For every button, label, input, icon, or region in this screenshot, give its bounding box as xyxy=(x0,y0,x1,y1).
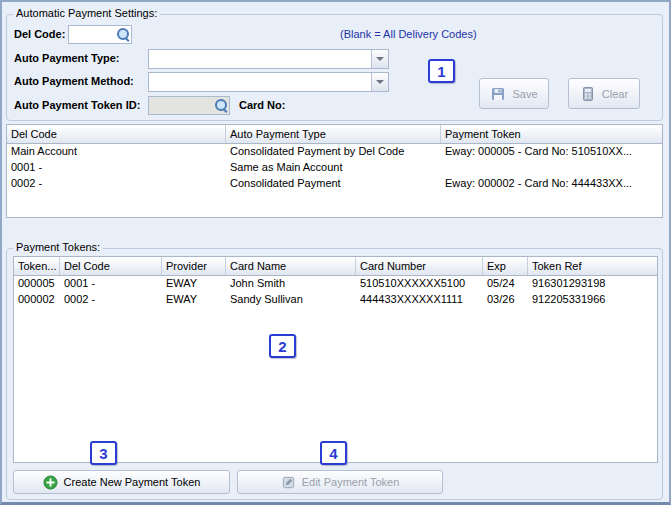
search-icon xyxy=(215,99,228,112)
column-header-provider[interactable]: Provider xyxy=(162,257,226,275)
auto-payment-type-label: Auto Payment Type: xyxy=(14,52,120,64)
clear-icon xyxy=(580,86,596,102)
group-title-automatic-payment-settings: Automatic Payment Settings: xyxy=(13,7,160,19)
create-new-payment-token-label: Create New Payment Token xyxy=(64,476,201,488)
cell-card-name: Sandy Sullivan xyxy=(226,292,356,308)
cell-payment-token: Eway: 000005 - Card No: 510510XX... xyxy=(441,144,662,160)
auto-payment-method-value xyxy=(149,73,371,91)
table-row[interactable]: 0002 - Consolidated Payment Eway: 000002… xyxy=(7,176,662,192)
cell-auto-payment-type: Consolidated Payment xyxy=(226,176,441,192)
cell-payment-token xyxy=(441,160,662,176)
save-button-label: Save xyxy=(512,88,537,100)
callout-3: 3 xyxy=(90,441,117,465)
callout-2: 2 xyxy=(269,334,296,358)
table-row[interactable]: 0001 - Same as Main Account xyxy=(7,160,662,176)
del-code-search-icon[interactable] xyxy=(115,26,131,43)
cell-card-number: 444433XXXXXX1111 xyxy=(356,292,483,308)
column-header-token-id[interactable]: Token... xyxy=(14,257,60,275)
auto-payment-method-select[interactable] xyxy=(148,72,389,92)
cell-token-ref: 916301293198 xyxy=(528,276,657,292)
cell-provider: EWAY xyxy=(162,292,226,308)
cell-exp: 03/26 xyxy=(483,292,528,308)
chevron-down-icon xyxy=(376,57,384,61)
create-new-payment-token-button[interactable]: Create New Payment Token xyxy=(13,470,230,494)
column-header-auto-payment-type[interactable]: Auto Payment Type xyxy=(226,125,441,143)
cell-auto-payment-type: Consolidated Payment by Del Code xyxy=(226,144,441,160)
blank-hint: (Blank = All Delivery Codes) xyxy=(340,28,477,40)
token-id-search-icon[interactable] xyxy=(213,97,229,114)
table-row[interactable]: 000002 0002 - EWAY Sandy Sullivan 444433… xyxy=(14,292,657,308)
auto-payment-type-dropdown-button[interactable] xyxy=(371,50,388,68)
column-header-token-ref[interactable]: Token Ref xyxy=(528,257,657,275)
del-code-input[interactable] xyxy=(69,28,115,42)
del-code-label: Del Code: xyxy=(14,28,65,40)
edit-payment-token-label: Edit Payment Token xyxy=(302,476,400,488)
chevron-down-icon xyxy=(376,80,384,84)
plus-circle-icon xyxy=(43,475,58,490)
clear-button-label: Clear xyxy=(602,88,628,100)
cell-auto-payment-type: Same as Main Account xyxy=(226,160,441,176)
table-header: Token... Del Code Provider Card Name Car… xyxy=(14,257,657,276)
cell-payment-token: Eway: 000002 - Card No: 444433XX... xyxy=(441,176,662,192)
save-icon xyxy=(490,86,506,102)
auto-payment-assignments-table: Del Code Auto Payment Type Payment Token… xyxy=(6,124,663,218)
payment-settings-panel: Automatic Payment Settings: Del Code: (B… xyxy=(0,0,671,505)
del-code-field[interactable] xyxy=(68,25,132,44)
payment-tokens-table: Token... Del Code Provider Card Name Car… xyxy=(13,256,658,463)
auto-payment-token-id-input[interactable] xyxy=(149,99,213,113)
cell-card-name: John Smith xyxy=(226,276,356,292)
table-row[interactable]: Main Account Consolidated Payment by Del… xyxy=(7,144,662,160)
cell-del-code: 0001 - xyxy=(60,276,162,292)
cell-token-id: 000002 xyxy=(14,292,60,308)
cell-token-ref: 912205331966 xyxy=(528,292,657,308)
auto-payment-type-value xyxy=(149,50,371,68)
cell-del-code: 0001 - xyxy=(7,160,226,176)
column-header-card-number[interactable]: Card Number xyxy=(356,257,483,275)
column-header-del-code[interactable]: Del Code xyxy=(7,125,226,143)
cell-token-id: 000005 xyxy=(14,276,60,292)
cell-del-code: 0002 - xyxy=(60,292,162,308)
search-icon xyxy=(117,28,130,41)
table-row[interactable]: 000005 0001 - EWAY John Smith 510510XXXX… xyxy=(14,276,657,292)
callout-1: 1 xyxy=(428,59,455,83)
auto-payment-token-id-label: Auto Payment Token ID: xyxy=(14,99,140,111)
group-title-payment-tokens: Payment Tokens: xyxy=(13,241,103,253)
auto-payment-type-select[interactable] xyxy=(148,49,389,69)
callout-4: 4 xyxy=(320,441,347,465)
cell-del-code: 0002 - xyxy=(7,176,226,192)
cell-provider: EWAY xyxy=(162,276,226,292)
column-header-card-name[interactable]: Card Name xyxy=(226,257,356,275)
cell-exp: 05/24 xyxy=(483,276,528,292)
auto-payment-method-dropdown-button[interactable] xyxy=(371,73,388,91)
table-body: 000005 0001 - EWAY John Smith 510510XXXX… xyxy=(14,276,657,462)
save-button[interactable]: Save xyxy=(479,78,549,109)
table-header: Del Code Auto Payment Type Payment Token xyxy=(7,125,662,144)
column-header-payment-token[interactable]: Payment Token xyxy=(441,125,662,143)
cell-del-code: Main Account xyxy=(7,144,226,160)
edit-icon xyxy=(281,475,296,490)
cell-card-number: 510510XXXXXX5100 xyxy=(356,276,483,292)
column-header-exp[interactable]: Exp xyxy=(483,257,528,275)
card-no-label: Card No: xyxy=(239,99,285,111)
edit-payment-token-button[interactable]: Edit Payment Token xyxy=(237,470,443,494)
auto-payment-token-id-field[interactable] xyxy=(148,96,230,115)
clear-button[interactable]: Clear xyxy=(568,78,640,109)
automatic-payment-settings-group: Automatic Payment Settings: Del Code: (B… xyxy=(6,14,663,121)
table-body: Main Account Consolidated Payment by Del… xyxy=(7,144,662,217)
column-header-del-code[interactable]: Del Code xyxy=(60,257,162,275)
auto-payment-method-label: Auto Payment Method: xyxy=(14,75,134,87)
